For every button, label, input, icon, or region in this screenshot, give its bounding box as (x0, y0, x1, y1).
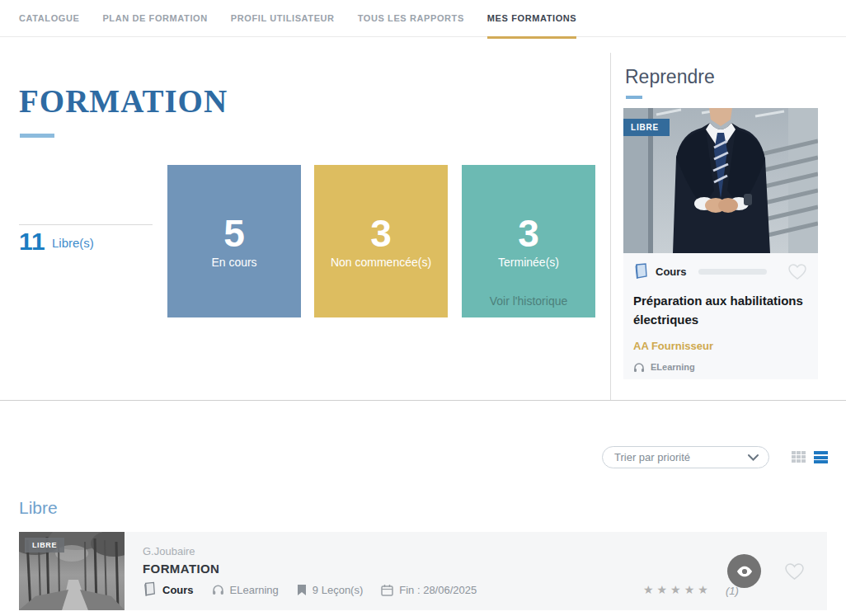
course-deadline: Fin : 28/06/2025 (399, 584, 477, 596)
rating-stars[interactable]: ★★★★★ (643, 583, 712, 596)
voir-historique-link[interactable]: Voir l'historique (462, 294, 595, 308)
title-accent-bar (20, 134, 54, 138)
libre-badge: LIBRE (25, 538, 64, 553)
grid-view-icon[interactable] (792, 451, 806, 463)
non-commencees-label: Non commencée(s) (331, 256, 431, 269)
free-count-label: Libre(s) (52, 236, 94, 250)
preview-eye-button[interactable] (727, 554, 761, 588)
course-title[interactable]: FORMATION (143, 562, 219, 576)
section-divider (0, 400, 846, 401)
sort-dropdown-value: Trier par priorité (614, 451, 690, 463)
stat-card-non-commencees[interactable]: 3 Non commencée(s) (314, 165, 448, 317)
tab-plan-de-formation[interactable]: PLAN DE FORMATION (102, 0, 207, 37)
non-commencees-value: 3 (370, 214, 392, 252)
libre-section-heading: Libre (19, 498, 58, 518)
stat-card-terminees[interactable]: 3 Terminée(s) Voir l'historique (462, 165, 595, 317)
tab-catalogue[interactable]: CATALOGUE (19, 0, 79, 37)
tab-profil-utilisateur[interactable]: PROFIL UTILISATEUR (231, 0, 335, 37)
stat-divider (19, 224, 153, 225)
en-cours-value: 5 (223, 214, 245, 252)
bookmark-icon (297, 584, 307, 596)
course-book-icon (143, 581, 157, 598)
favorite-heart-icon[interactable] (785, 563, 804, 581)
free-count: 11 (19, 228, 45, 256)
terminees-label: Terminée(s) (498, 256, 559, 269)
course-author: G.Joubaire (143, 545, 195, 557)
reprendre-heading: Reprendre (625, 66, 715, 88)
en-cours-label: En cours (211, 256, 256, 269)
resume-course-title[interactable]: Préparation aux habilitations électrique… (633, 291, 806, 330)
course-meta-row: Cours ELearning 9 Leçon(s) Fin : 28/06/2… (143, 581, 487, 598)
libre-badge: LIBRE (623, 119, 670, 136)
mes-formations-page: CATALOGUE PLAN DE FORMATION PROFIL UTILI… (0, 0, 846, 616)
tab-mes-formations[interactable]: MES FORMATIONS (487, 0, 576, 37)
favorite-heart-icon[interactable] (788, 264, 806, 280)
course-book-icon (633, 263, 649, 280)
course-mode-label: ELearning (230, 584, 279, 596)
resume-card-body: Cours Préparation aux habilitations élec… (623, 253, 818, 379)
course-progress-bar (698, 269, 767, 275)
resume-course-card[interactable]: LIBRE Cours Préparation aux habilitation… (623, 108, 818, 379)
sort-dropdown[interactable]: Trier par priorité (602, 446, 769, 468)
calendar-icon (381, 584, 393, 596)
course-image-forest: LIBRE (19, 532, 125, 610)
list-view-icon[interactable] (814, 451, 828, 463)
top-navigation: CATALOGUE PLAN DE FORMATION PROFIL UTILI… (0, 0, 846, 37)
course-provider[interactable]: AA Fournisseur (633, 340, 806, 352)
tab-tous-les-rapports[interactable]: TOUS LES RAPPORTS (358, 0, 464, 37)
course-lessons: 9 Leçon(s) (313, 584, 363, 596)
course-list-item[interactable]: LIBRE G.Joubaire FORMATION Cours ELearni… (19, 532, 827, 610)
headphones-icon (212, 584, 224, 595)
page-title: FORMATION (19, 82, 228, 120)
headphones-icon (633, 362, 645, 373)
course-image-suit: LIBRE (623, 108, 818, 253)
course-type-label: Cours (656, 266, 687, 278)
stat-card-en-cours[interactable]: 5 En cours (167, 165, 301, 317)
chevron-down-icon (748, 454, 759, 461)
vertical-divider (610, 53, 611, 400)
course-mode-label: ELearning (651, 362, 695, 372)
reprendre-accent-bar (626, 96, 642, 99)
course-type-label: Cours (162, 584, 194, 596)
terminees-value: 3 (518, 214, 539, 252)
